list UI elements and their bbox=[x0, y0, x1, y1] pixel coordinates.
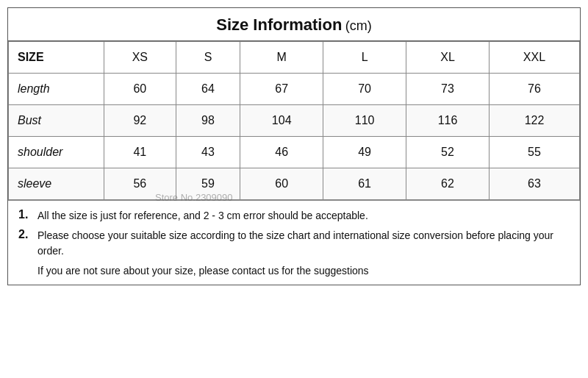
row-value: 55 bbox=[489, 137, 579, 168]
chart-title: Size Information bbox=[216, 15, 342, 34]
col-header-xs: XS bbox=[104, 42, 176, 74]
col-header-size: SIZE bbox=[9, 42, 104, 74]
notes-section: 1.All the size is just for reference, an… bbox=[8, 200, 580, 285]
row-label: length bbox=[9, 74, 104, 105]
row-value: 46 bbox=[240, 137, 323, 168]
row-label: Bust bbox=[9, 105, 104, 137]
col-header-m: M bbox=[240, 42, 323, 74]
col-header-l: L bbox=[323, 42, 406, 74]
row-value: 41 bbox=[104, 137, 176, 168]
row-label: sleeve bbox=[9, 168, 104, 200]
note-number: 1. bbox=[18, 208, 35, 221]
row-value: 116 bbox=[406, 105, 490, 137]
table-row: length606467707376 bbox=[9, 74, 580, 105]
row-value: 63 bbox=[489, 168, 579, 200]
row-value: 98 bbox=[176, 105, 240, 137]
row-value: 67 bbox=[240, 74, 323, 105]
col-header-s: S bbox=[176, 42, 240, 74]
row-value: 64 bbox=[176, 74, 240, 105]
table-row: sleeve565960616263 bbox=[9, 168, 580, 200]
title-row: Size Information (cm) bbox=[8, 8, 580, 41]
col-header-xxl: XXL bbox=[489, 42, 579, 74]
size-table: SIZE XS S M L XL XXL length606467707376B… bbox=[8, 41, 580, 200]
row-value: 61 bbox=[323, 168, 406, 200]
row-value: 60 bbox=[240, 168, 323, 200]
row-value: 76 bbox=[489, 74, 579, 105]
table-row: shoulder414346495255 bbox=[9, 137, 580, 168]
row-value: 122 bbox=[489, 105, 579, 137]
note-text: Please choose your suitable size accordi… bbox=[37, 228, 570, 259]
row-value: 73 bbox=[406, 74, 490, 105]
row-value: 92 bbox=[104, 105, 176, 137]
notes-container: 1.All the size is just for reference, an… bbox=[18, 208, 570, 259]
chart-unit: (cm) bbox=[345, 18, 372, 33]
size-chart-container: Size Information (cm) SIZE XS S M L XL X… bbox=[7, 7, 581, 285]
row-value: 60 bbox=[104, 74, 176, 105]
note-text: All the size is just for reference, and … bbox=[37, 208, 368, 224]
note-number: 2. bbox=[18, 228, 35, 241]
row-value: 49 bbox=[323, 137, 406, 168]
row-value: 70 bbox=[323, 74, 406, 105]
row-value: 110 bbox=[323, 105, 406, 137]
row-value: 104 bbox=[240, 105, 323, 137]
row-value: 59 bbox=[176, 168, 240, 200]
row-value: 62 bbox=[406, 168, 490, 200]
row-value: 52 bbox=[406, 137, 490, 168]
table-body: length606467707376Bust9298104110116122sh… bbox=[9, 74, 580, 200]
row-label: shoulder bbox=[9, 137, 104, 168]
footer-note: If you are not sure about your size, ple… bbox=[18, 263, 570, 279]
col-header-xl: XL bbox=[406, 42, 490, 74]
table-header-row: SIZE XS S M L XL XXL bbox=[9, 42, 580, 74]
row-value: 56 bbox=[104, 168, 176, 200]
table-row: Bust9298104110116122 bbox=[9, 105, 580, 137]
note-item: 1.All the size is just for reference, an… bbox=[18, 208, 570, 224]
note-item: 2.Please choose your suitable size accor… bbox=[18, 228, 570, 259]
row-value: 43 bbox=[176, 137, 240, 168]
